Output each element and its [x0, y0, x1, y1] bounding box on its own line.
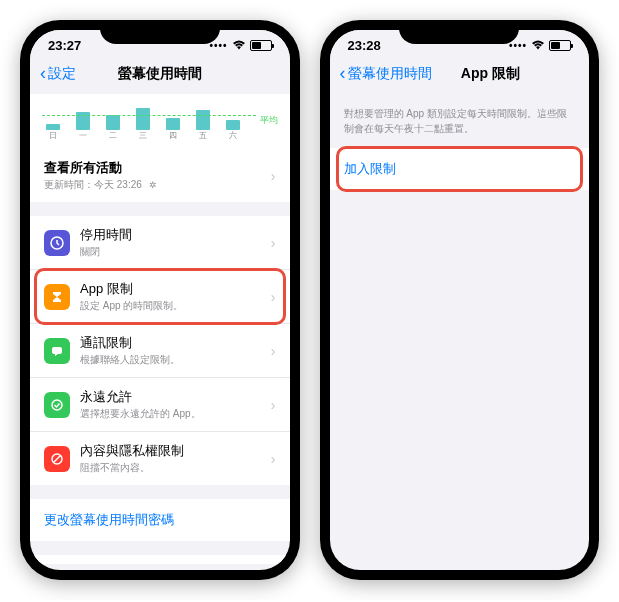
communication-row[interactable]: 通訊限制 根據聯絡人設定限制。 › [30, 324, 290, 378]
nav-bar: ‹ 設定 螢幕使用時間 [30, 57, 290, 94]
bar [46, 124, 60, 130]
row-title: 停用時間 [80, 226, 271, 244]
chart-bars [42, 100, 256, 130]
avg-label: 平均 [260, 114, 278, 127]
bar [166, 118, 180, 130]
hourglass-icon [44, 284, 70, 310]
chevron-left-icon: ‹ [40, 63, 46, 84]
chevron-left-icon: ‹ [340, 63, 346, 84]
row-sub: 選擇想要永遠允許的 App。 [80, 407, 271, 421]
content-scroll[interactable]: 對想要管理的 App 類別設定每天時間限制。這些限制會在每天午夜十二點重置。 加… [330, 94, 590, 564]
block-icon [44, 446, 70, 472]
activity-title: 查看所有活動 [44, 159, 271, 177]
chevron-right-icon: › [271, 451, 276, 467]
screen-right: 23:28 •••• ‹ 螢幕使用時間 App 限制 對想要管理的 App 類別… [330, 30, 590, 570]
usage-chart[interactable]: 日 一 二 三 四 五 六 平均 [30, 94, 290, 149]
back-button[interactable]: ‹ 設定 [40, 63, 76, 84]
description-text: 對想要管理的 App 類別設定每天時間限制。這些限制會在每天午夜十二點重置。 [330, 94, 590, 148]
share-toggle-row: 在所有裝置上共享 [30, 555, 290, 564]
downtime-row[interactable]: 停用時間 關閉 › [30, 216, 290, 270]
chat-icon [44, 338, 70, 364]
svg-rect-1 [52, 347, 62, 354]
row-title: 永遠允許 [80, 388, 271, 406]
add-limit-link[interactable]: 加入限制 [330, 148, 590, 190]
chevron-right-icon: › [271, 168, 276, 184]
status-right: •••• [209, 40, 271, 52]
chart-labels: 日 一 二 三 四 五 六 [42, 130, 256, 141]
svg-line-4 [54, 455, 61, 462]
row-sub: 設定 App 的時間限制。 [80, 299, 271, 313]
content-scroll[interactable]: 日 一 二 三 四 五 六 平均 查看所有活動 [30, 94, 290, 564]
passcode-section: 更改螢幕使用時間密碼 [30, 499, 290, 541]
row-title: 內容與隱私權限制 [80, 442, 271, 460]
cellular-dots-icon: •••• [209, 40, 227, 51]
back-label: 螢幕使用時間 [348, 65, 432, 83]
limits-section: 停用時間 關閉 › App 限制 設定 App 的時間限制。 › [30, 216, 290, 485]
page-title: 螢幕使用時間 [118, 65, 202, 83]
chevron-right-icon: › [271, 289, 276, 305]
screen-left: 23:27 •••• ‹ 設定 螢幕使用時間 [30, 30, 290, 570]
chevron-right-icon: › [271, 397, 276, 413]
row-title: 通訊限制 [80, 334, 271, 352]
change-passcode-link[interactable]: 更改螢幕使用時間密碼 [30, 499, 290, 541]
back-button[interactable]: ‹ 螢幕使用時間 [340, 63, 432, 84]
back-label: 設定 [48, 65, 76, 83]
bar [106, 115, 120, 130]
page-title: App 限制 [461, 65, 520, 83]
share-section: 在所有裝置上共享 [30, 555, 290, 564]
wifi-icon [531, 40, 545, 52]
cellular-dots-icon: •••• [509, 40, 527, 51]
bar [196, 110, 210, 130]
chart-section: 日 一 二 三 四 五 六 平均 查看所有活動 [30, 94, 290, 202]
activity-updated: 更新時間：今天 23:26 ✲ [44, 178, 271, 192]
nav-bar: ‹ 螢幕使用時間 App 限制 [330, 57, 590, 94]
clock-icon [44, 230, 70, 256]
phone-right: 23:28 •••• ‹ 螢幕使用時間 App 限制 對想要管理的 App 類別… [320, 20, 600, 580]
check-icon [44, 392, 70, 418]
notch [100, 20, 220, 44]
bar [226, 120, 240, 130]
battery-icon [250, 40, 272, 51]
chevron-right-icon: › [271, 343, 276, 359]
content-privacy-row[interactable]: 內容與隱私權限制 阻擋不當內容。 › [30, 432, 290, 485]
battery-icon [549, 40, 571, 51]
add-limit-section: 加入限制 [330, 148, 590, 190]
bar [76, 112, 90, 130]
svg-point-2 [52, 400, 62, 410]
row-sub: 阻擋不當內容。 [80, 461, 271, 475]
notch [399, 20, 519, 44]
status-time: 23:28 [348, 38, 381, 53]
always-allow-row[interactable]: 永遠允許 選擇想要永遠允許的 App。 › [30, 378, 290, 432]
bar [136, 108, 150, 130]
chevron-right-icon: › [271, 235, 276, 251]
view-activity-row[interactable]: 查看所有活動 更新時間：今天 23:26 ✲ › [30, 149, 290, 202]
wifi-icon [232, 40, 246, 52]
status-time: 23:27 [48, 38, 81, 53]
phone-left: 23:27 •••• ‹ 設定 螢幕使用時間 [20, 20, 300, 580]
status-right: •••• [509, 40, 571, 52]
loading-spinner-icon: ✲ [149, 180, 157, 190]
app-limits-row[interactable]: App 限制 設定 App 的時間限制。 › [30, 270, 290, 324]
row-sub: 根據聯絡人設定限制。 [80, 353, 271, 367]
row-title: App 限制 [80, 280, 271, 298]
row-sub: 關閉 [80, 245, 271, 259]
